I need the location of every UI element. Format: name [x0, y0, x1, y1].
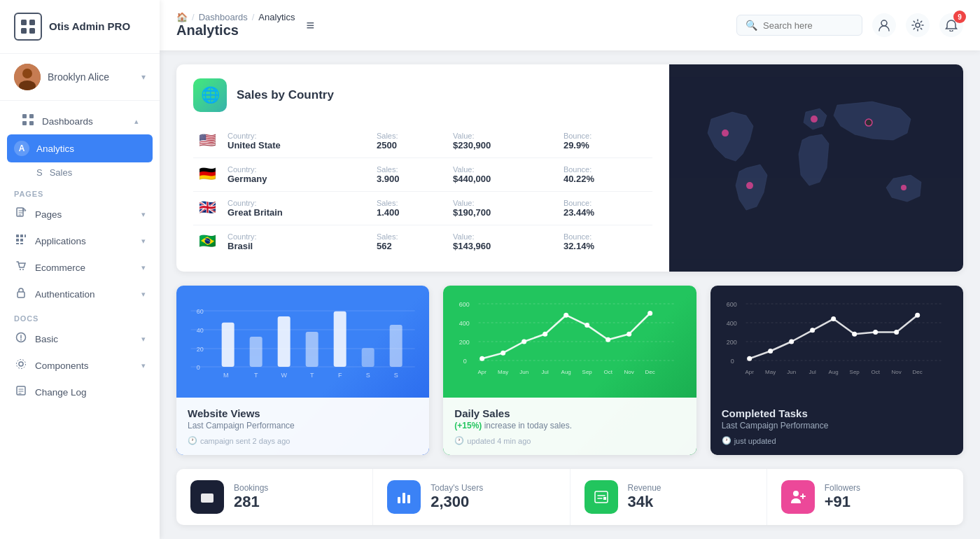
- sales-card-icon: 🌐: [193, 78, 227, 112]
- svg-rect-2: [21, 28, 27, 34]
- notification-badge: 9: [953, 10, 966, 23]
- website-views-footer-text: campaign sent 2 days ago: [200, 437, 290, 445]
- sidebar-item-analytics[interactable]: A Analytics: [7, 134, 153, 162]
- value-de: Value: $440,000: [447, 158, 558, 192]
- sidebar-item-dashboards[interactable]: Dashboards ▴: [7, 108, 153, 134]
- sidebar-item-sales[interactable]: S Sales: [0, 162, 160, 183]
- sidebar-item-changelog[interactable]: Change Log: [0, 379, 160, 405]
- svg-rect-1: [29, 20, 35, 25]
- sidebar-item-authentication[interactable]: Authentication ▾: [0, 281, 160, 307]
- table-row: 🇬🇧 Country: Great Britain Sales: 1.400 V…: [193, 192, 652, 225]
- revenue-info: Revenue 34k: [628, 483, 662, 511]
- svg-rect-14: [24, 234, 26, 237]
- user-profile[interactable]: Brooklyn Alice ▾: [0, 54, 160, 101]
- sidebar-item-applications[interactable]: Applications ▾: [0, 227, 160, 254]
- svg-text:400: 400: [459, 320, 470, 327]
- svg-point-72: [648, 311, 652, 316]
- svg-text:Dec: Dec: [645, 369, 655, 375]
- followers-label: Followers: [825, 483, 860, 493]
- sales-label: Sales: [50, 167, 73, 178]
- svg-text:600: 600: [726, 301, 736, 308]
- table-row: 🇧🇷 Country: Brasil Sales: 562 Value:: [193, 225, 652, 259]
- basic-icon: [14, 332, 28, 346]
- bookings-label: Bookings: [234, 483, 268, 493]
- svg-rect-44: [278, 316, 290, 367]
- svg-point-30: [811, 115, 818, 122]
- sidebar: Otis Admin PRO Brooklyn Alice ▾ Das: [0, 0, 160, 539]
- svg-rect-18: [20, 243, 23, 244]
- svg-point-23: [19, 362, 23, 366]
- svg-text:Sep: Sep: [582, 369, 593, 375]
- sales-card-title: Sales by Country: [237, 88, 334, 102]
- svg-text:Oct: Oct: [604, 369, 613, 375]
- svg-text:Aug: Aug: [828, 369, 838, 375]
- sales-country-card: 🌐 Sales by Country 🇺🇸 Country: United St…: [176, 64, 963, 272]
- dashboards-chevron-icon: ▴: [134, 117, 139, 126]
- svg-rect-7: [22, 114, 27, 118]
- completed-tasks-footer-text: just updated: [734, 437, 776, 445]
- svg-rect-10: [29, 121, 34, 125]
- ecommerce-chevron-icon: ▾: [141, 263, 146, 272]
- clock-icon-2: 🕐: [454, 436, 464, 445]
- pages-label: Pages: [35, 209, 134, 220]
- website-views-footer: 🕐 campaign sent 2 days ago: [188, 436, 418, 445]
- sidebar-item-basic[interactable]: Basic ▾: [0, 326, 160, 352]
- svg-text:T: T: [310, 372, 314, 379]
- svg-point-91: [768, 349, 773, 354]
- notifications-icon[interactable]: 9: [939, 13, 963, 37]
- daily-sales-card: 600 400 200 0: [443, 286, 696, 455]
- svg-text:40: 40: [197, 327, 204, 334]
- svg-rect-16: [20, 239, 23, 241]
- sidebar-item-components[interactable]: Components ▾: [0, 352, 160, 379]
- sales-de: Sales: 3.900: [371, 158, 447, 192]
- breadcrumb-sep-2: /: [252, 12, 255, 22]
- svg-text:400: 400: [726, 320, 736, 327]
- globe-icon: 🌐: [201, 86, 220, 104]
- table-row: 🇩🇪 Country: Germany Sales: 3.900 Value:: [193, 158, 652, 192]
- users-label: Today's Users: [430, 483, 483, 493]
- user-account-icon[interactable]: [872, 13, 896, 37]
- svg-rect-47: [362, 349, 374, 368]
- svg-point-114: [793, 491, 799, 496]
- sales-us: Sales: 2500: [371, 125, 447, 158]
- website-views-info: Website Views Last Campaign Performance …: [176, 398, 429, 455]
- settings-icon[interactable]: [906, 13, 930, 37]
- sales-card-header: 🌐 Sales by Country: [193, 78, 652, 112]
- ecommerce-icon: [14, 260, 28, 274]
- search-input[interactable]: [763, 20, 853, 31]
- value-us: Value: $230,900: [447, 125, 558, 158]
- svg-text:Sep: Sep: [849, 369, 860, 375]
- svg-point-65: [500, 351, 505, 356]
- svg-point-64: [479, 356, 484, 361]
- home-icon[interactable]: 🏠: [176, 12, 188, 22]
- search-box[interactable]: 🔍: [736, 15, 862, 36]
- basic-label: Basic: [35, 334, 134, 344]
- breadcrumb-dashboards[interactable]: Dashboards: [199, 12, 248, 22]
- daily-sales-footer-text: updated 4 min ago: [467, 437, 531, 445]
- content-area: 🌐 Sales by Country 🇺🇸 Country: United St…: [160, 50, 980, 539]
- completed-tasks-title: Completed Tasks: [722, 407, 952, 419]
- svg-point-27: [916, 23, 920, 27]
- svg-rect-9: [22, 121, 27, 125]
- svg-point-94: [831, 316, 836, 321]
- revenue-label: Revenue: [628, 483, 662, 493]
- analytics-label: Analytics: [36, 144, 146, 154]
- breadcrumb-analytics: Analytics: [258, 12, 295, 22]
- daily-sales-subtitle: (+15%) increase in today sales.: [454, 421, 685, 430]
- svg-point-5: [22, 69, 32, 78]
- sidebar-item-pages[interactable]: Pages ▾: [0, 201, 160, 227]
- pages-chevron-icon: ▾: [141, 210, 146, 219]
- sidebar-item-ecommerce[interactable]: Ecommerce ▾: [0, 254, 160, 281]
- svg-point-66: [522, 340, 526, 344]
- stat-bookings: Bookings 281: [176, 469, 373, 525]
- svg-point-20: [22, 269, 24, 270]
- hamburger-icon[interactable]: ≡: [306, 18, 314, 34]
- applications-chevron-icon: ▾: [141, 237, 146, 246]
- svg-rect-108: [201, 493, 214, 503]
- daily-sales-footer: 🕐 updated 4 min ago: [454, 436, 685, 445]
- svg-text:M: M: [223, 372, 229, 379]
- svg-rect-109: [398, 497, 400, 503]
- flag-gb: 🇬🇧: [193, 192, 222, 225]
- svg-point-98: [915, 313, 920, 318]
- svg-text:S: S: [366, 372, 370, 379]
